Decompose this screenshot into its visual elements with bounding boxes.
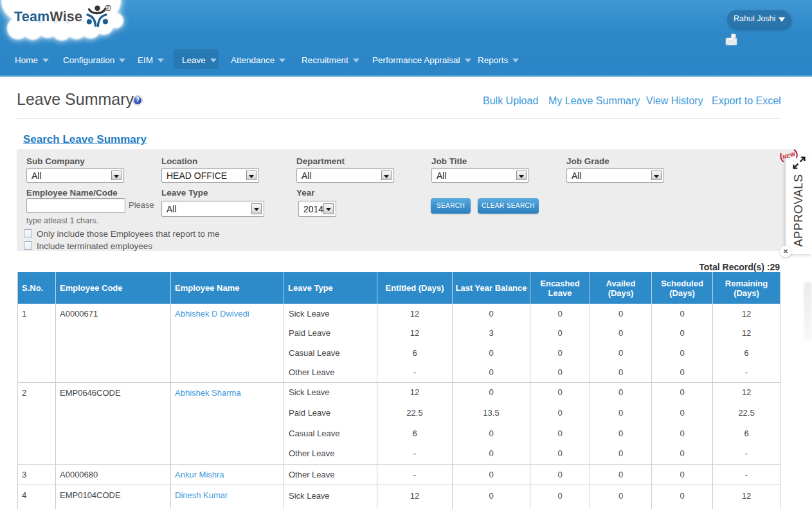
svg-text:NEW: NEW	[782, 151, 797, 160]
svg-text:TeamWise: TeamWise	[14, 9, 82, 24]
